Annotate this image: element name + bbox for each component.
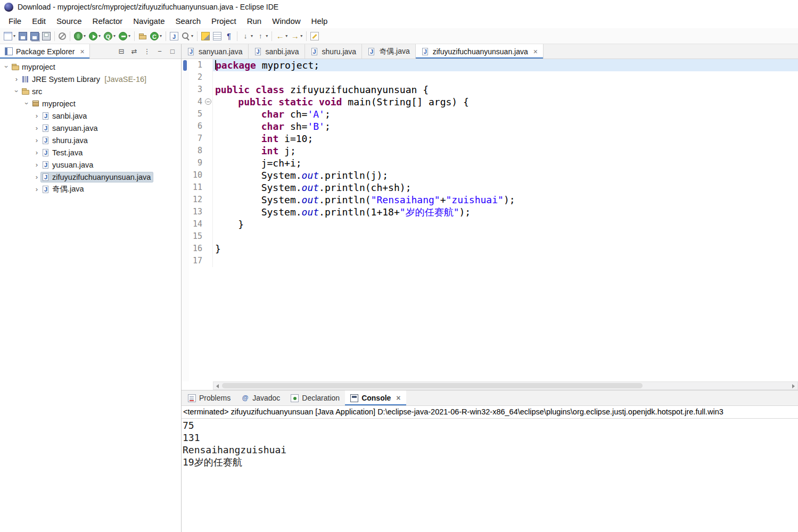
code-line-text[interactable]: System.out.println(j); xyxy=(213,169,798,181)
code-line-text[interactable]: System.out.println(ch+sh); xyxy=(213,181,798,194)
coverage-button[interactable]: ▾ xyxy=(102,30,117,43)
dropdown-arrow-icon[interactable]: ▾ xyxy=(84,34,86,38)
collapse-all-icon[interactable]: ⊟ xyxy=(116,46,127,57)
view-tab-console[interactable]: Console× xyxy=(345,390,406,405)
open-type-button[interactable] xyxy=(168,30,180,43)
dropdown-arrow-icon[interactable]: ▾ xyxy=(113,34,116,38)
menu-navigate[interactable]: Navigate xyxy=(128,15,170,27)
code-line-text[interactable]: System.out.println("Rensaihang"+"zuishua… xyxy=(213,194,798,206)
code-line-text[interactable]: j=ch+i; xyxy=(213,157,798,169)
chevron-down-icon[interactable]: › xyxy=(23,99,31,108)
code-editor[interactable]: 1package myproject;23public class zifuyu… xyxy=(182,59,798,381)
run-external-tools-button[interactable]: ▾ xyxy=(117,30,132,43)
new-java-class-button[interactable]: ▾ xyxy=(149,30,163,43)
tree-item[interactable]: ›奇偶.java xyxy=(0,183,181,195)
scroll-left-icon[interactable] xyxy=(213,382,222,389)
code-line-text[interactable] xyxy=(213,255,798,267)
code-line-text[interactable]: int j; xyxy=(213,145,798,157)
menu-file[interactable]: File xyxy=(3,15,27,27)
forward-button[interactable]: →▾ xyxy=(289,30,304,43)
toggle-mark-occurrences-button[interactable] xyxy=(200,30,211,43)
dropdown-arrow-icon[interactable]: ▾ xyxy=(160,34,162,38)
editor-tab[interactable]: 奇偶.java xyxy=(362,44,416,59)
scroll-right-icon[interactable] xyxy=(789,382,797,389)
code-line-text[interactable]: char sh='B'; xyxy=(213,120,798,132)
next-annotation-button[interactable]: ↓▾ xyxy=(240,30,254,43)
dropdown-arrow-icon[interactable]: ▾ xyxy=(300,34,302,38)
editor-horizontal-scrollbar[interactable] xyxy=(213,381,798,390)
run-button[interactable]: ▾ xyxy=(87,30,102,43)
chevron-right-icon[interactable]: › xyxy=(32,124,41,132)
tree-item[interactable]: ›Test.java xyxy=(0,146,181,159)
chevron-right-icon[interactable]: › xyxy=(32,161,41,169)
chevron-right-icon[interactable]: › xyxy=(32,148,41,156)
tree-item[interactable]: ›sanbi.java xyxy=(0,110,181,122)
package-explorer-close-icon[interactable]: × xyxy=(80,47,85,56)
dropdown-arrow-icon[interactable]: ▾ xyxy=(191,34,193,38)
fold-ruler[interactable] xyxy=(204,96,213,108)
code-line-text[interactable] xyxy=(213,230,798,243)
dropdown-arrow-icon[interactable]: ▾ xyxy=(98,34,101,38)
code-line-text[interactable]: int i=10; xyxy=(213,132,798,145)
menu-search[interactable]: Search xyxy=(170,15,206,27)
save-button[interactable] xyxy=(17,30,29,43)
view-tab-problems[interactable]: Problems xyxy=(183,390,236,405)
show-annotations-button[interactable] xyxy=(211,30,223,43)
last-edit-location-button[interactable] xyxy=(309,30,320,43)
tree-item[interactable]: ›src xyxy=(0,85,181,97)
chevron-right-icon[interactable]: › xyxy=(32,185,41,193)
view-tab-declaration[interactable]: Declaration xyxy=(285,390,345,405)
code-line-text[interactable]: char ch='A'; xyxy=(213,108,798,120)
chevron-right-icon[interactable]: › xyxy=(32,136,41,144)
minimize-icon[interactable]: − xyxy=(154,46,165,57)
tree-item[interactable]: ›JRE System Library[JavaSE-16] xyxy=(0,73,181,85)
menu-source[interactable]: Source xyxy=(51,15,87,27)
code-line-text[interactable]: public static void main(String[] args) { xyxy=(213,96,798,108)
editor-tab[interactable]: shuru.java xyxy=(305,44,363,59)
view-menu-icon[interactable]: ⋮ xyxy=(142,46,152,57)
tree-item[interactable]: ›myproject xyxy=(0,61,181,73)
chevron-right-icon[interactable]: › xyxy=(32,173,41,181)
tab-close-icon[interactable]: × xyxy=(396,394,400,402)
show-whitespace-button[interactable]: ¶ xyxy=(223,30,235,43)
editor-tab[interactable]: zifuyuzifuchuanyunsuan.java× xyxy=(416,44,544,59)
collapse-fold-icon[interactable] xyxy=(205,98,211,105)
code-line-text[interactable]: package myproject; xyxy=(213,59,798,71)
link-with-editor-icon[interactable]: ⇄ xyxy=(129,46,139,57)
dropdown-arrow-icon[interactable]: ▾ xyxy=(251,34,253,38)
menu-refactor[interactable]: Refactor xyxy=(87,15,128,27)
chevron-right-icon[interactable]: › xyxy=(32,112,41,120)
chevron-right-icon[interactable]: › xyxy=(12,75,21,83)
code-line-text[interactable]: System.out.println(1+18+"岁的任赛航"); xyxy=(213,206,798,218)
print-button[interactable] xyxy=(40,30,52,43)
dropdown-arrow-icon[interactable]: ▾ xyxy=(13,34,15,38)
tree-item[interactable]: ›zifuyuzifuchuanyunsuan.java xyxy=(0,171,181,183)
tree-item[interactable]: ›myproject xyxy=(0,97,181,110)
new-java-project-button[interactable] xyxy=(137,30,149,43)
tree-item[interactable]: ›shuru.java xyxy=(0,134,181,146)
dropdown-arrow-icon[interactable]: ▾ xyxy=(285,34,287,38)
skip-all-breakpoints-button[interactable] xyxy=(57,30,68,43)
menu-edit[interactable]: Edit xyxy=(27,15,51,27)
menu-help[interactable]: Help xyxy=(306,15,333,27)
annotation-ruler[interactable] xyxy=(182,59,189,381)
new-wizard-button[interactable]: ▾ xyxy=(2,30,17,43)
dropdown-arrow-icon[interactable]: ▾ xyxy=(128,34,130,38)
console-output[interactable]: 75131Rensaihangzuishuai19岁的任赛航 xyxy=(182,419,798,532)
maximize-icon[interactable]: □ xyxy=(167,46,178,57)
chevron-down-icon[interactable]: › xyxy=(3,63,11,71)
code-line-text[interactable]: } xyxy=(213,243,798,255)
chevron-down-icon[interactable]: › xyxy=(13,87,21,96)
menu-window[interactable]: Window xyxy=(267,15,306,27)
scrollbar-thumb[interactable] xyxy=(222,383,643,388)
editor-tab[interactable]: sanbi.java xyxy=(249,44,305,59)
save-all-button[interactable] xyxy=(29,30,40,43)
previous-annotation-button[interactable]: ↑▾ xyxy=(254,30,269,43)
tab-close-icon[interactable]: × xyxy=(533,47,538,56)
package-explorer-tab[interactable]: Package Explorer × xyxy=(0,44,90,59)
back-button[interactable]: ←▾ xyxy=(274,30,289,43)
dropdown-arrow-icon[interactable]: ▾ xyxy=(266,34,268,38)
view-tab-javadoc[interactable]: Javadoc xyxy=(236,390,285,405)
code-line-text[interactable]: } xyxy=(213,218,798,230)
menu-project[interactable]: Project xyxy=(206,15,242,27)
